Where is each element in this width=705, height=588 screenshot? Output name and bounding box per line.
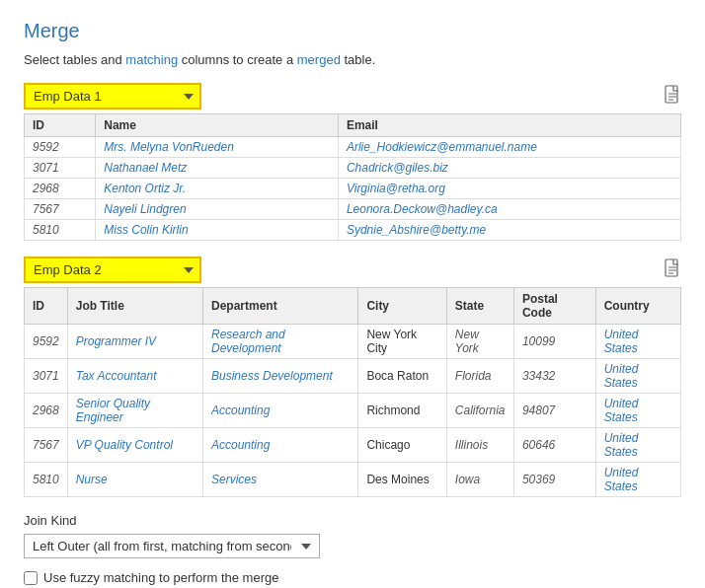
table2: ID Job Title Department City State Posta… (24, 287, 681, 497)
join-kind-dropdown[interactable]: Left Outer (all from first, matching fro… (24, 534, 320, 558)
cell-name: Nathanael Metz (96, 158, 339, 179)
table-row: 2968 Senior Quality Engineer Accounting … (25, 394, 681, 428)
cell-id: 7567 (25, 199, 96, 220)
cell-department: Services (203, 463, 358, 497)
table2-col-city: City (358, 288, 446, 325)
table-row: 2968 Kenton Ortiz Jr. Virginia@retha.org (25, 179, 681, 199)
table2-col-state: State (446, 288, 513, 325)
cell-email: Chadrick@giles.biz (338, 158, 680, 179)
cell-city: Des Moines (358, 463, 446, 497)
table1-file-icon[interactable] (664, 85, 681, 109)
table-row: 9592 Mrs. Melyna VonRueden Arlie_Hodkiew… (25, 137, 681, 158)
cell-id: 9592 (25, 325, 68, 359)
table-row: 5810 Miss Colin Kirlin Sydnie_Abshire@be… (25, 220, 681, 241)
fuzzy-checkbox-label[interactable]: Use fuzzy matching to perform the merge (43, 570, 278, 585)
cell-state: California (446, 394, 513, 428)
table-row: 5810 Nurse Services Des Moines Iowa 5036… (25, 463, 681, 497)
cell-country: United States (595, 394, 680, 428)
cell-id: 3071 (25, 158, 96, 179)
cell-department: Business Development (203, 359, 358, 394)
table2-col-country: Country (595, 288, 680, 325)
subtitle-highlight-matching: matching (125, 52, 178, 67)
table2-file-icon[interactable] (664, 258, 681, 282)
cell-country: United States (595, 463, 680, 497)
fuzzy-checkbox-row: Use fuzzy matching to perform the merge (24, 570, 681, 585)
cell-city: Boca Raton (358, 359, 446, 394)
table2-col-jobtitle: Job Title (67, 288, 202, 325)
cell-postal: 10099 (513, 325, 595, 359)
table1-col-id: ID (25, 114, 96, 137)
cell-id: 5810 (25, 463, 68, 497)
cell-department: Accounting (203, 394, 358, 428)
cell-country: United States (595, 325, 680, 359)
cell-email: Virginia@retha.org (338, 179, 680, 199)
cell-postal: 60646 (513, 428, 595, 463)
cell-city: Chicago (358, 428, 446, 463)
table1-section: Emp Data 1 Emp Data 2 ID Name (24, 83, 681, 241)
table-row: 7567 VP Quality Control Accounting Chica… (25, 428, 681, 463)
cell-state: Florida (446, 359, 513, 394)
cell-id: 7567 (25, 428, 68, 463)
table2-col-postal: Postal Code (513, 288, 595, 325)
cell-name: Nayeli Lindgren (96, 199, 339, 220)
cell-name: Miss Colin Kirlin (96, 220, 339, 241)
cell-state: New York (446, 325, 513, 359)
table2-dropdown[interactable]: Emp Data 1 Emp Data 2 (24, 257, 201, 283)
cell-id: 2968 (25, 179, 96, 199)
cell-id: 2968 (25, 394, 68, 428)
join-kind-label: Join Kind (24, 513, 681, 528)
cell-postal: 94807 (513, 394, 595, 428)
table2-dropdown-row: Emp Data 1 Emp Data 2 (24, 257, 681, 283)
cell-id: 3071 (25, 359, 68, 394)
join-section: Join Kind Left Outer (all from first, ma… (24, 513, 681, 558)
subtitle: Select tables and matching columns to cr… (24, 52, 681, 67)
table2-col-id: ID (25, 288, 68, 325)
table2-col-department: Department (203, 288, 358, 325)
table1-wrapper: ID Name Email 9592 Mrs. Melyna VonRueden… (24, 110, 681, 241)
cell-jobtitle: VP Quality Control (67, 428, 202, 463)
table-row: 3071 Nathanael Metz Chadrick@giles.biz (25, 158, 681, 179)
cell-city: New York City (358, 325, 446, 359)
cell-department: Accounting (203, 428, 358, 463)
table1: ID Name Email 9592 Mrs. Melyna VonRueden… (24, 113, 681, 241)
cell-email: Sydnie_Abshire@betty.me (338, 220, 680, 241)
cell-city: Richmond (358, 394, 446, 428)
table1-col-name: Name (96, 114, 339, 137)
table2-wrapper: ID Job Title Department City State Posta… (24, 283, 681, 497)
cell-id: 5810 (25, 220, 96, 241)
cell-name: Kenton Ortiz Jr. (96, 179, 339, 199)
table-row: 3071 Tax Accountant Business Development… (25, 359, 681, 394)
table1-dropdown[interactable]: Emp Data 1 Emp Data 2 (24, 83, 201, 110)
page-title: Merge (24, 20, 681, 42)
cell-state: Iowa (446, 463, 513, 497)
table1-header-row: ID Name Email (25, 114, 681, 137)
table-row: 7567 Nayeli Lindgren Leonora.Deckow@hadl… (25, 199, 681, 220)
cell-department: Research and Development (203, 325, 358, 359)
cell-email: Arlie_Hodkiewicz@emmanuel.name (338, 137, 680, 158)
cell-id: 9592 (25, 137, 96, 158)
table1-dropdown-row: Emp Data 1 Emp Data 2 (24, 83, 681, 110)
cell-email: Leonora.Deckow@hadley.ca (338, 199, 680, 220)
cell-state: Illinois (446, 428, 513, 463)
cell-country: United States (595, 428, 680, 463)
table2-section: Emp Data 1 Emp Data 2 ID Job Title (24, 257, 681, 497)
cell-country: United States (595, 359, 680, 394)
cell-name: Mrs. Melyna VonRueden (96, 137, 339, 158)
cell-jobtitle: Programmer IV (67, 325, 202, 359)
fuzzy-checkbox[interactable] (24, 571, 38, 585)
table1-col-email: Email (338, 114, 680, 137)
merge-window: Merge Select tables and matching columns… (0, 0, 705, 588)
cell-jobtitle: Tax Accountant (67, 359, 202, 394)
cell-jobtitle: Nurse (67, 463, 202, 497)
subtitle-highlight-merged: merged (297, 52, 341, 67)
cell-postal: 33432 (513, 359, 595, 394)
table-row: 9592 Programmer IV Research and Developm… (25, 325, 681, 359)
cell-jobtitle: Senior Quality Engineer (67, 394, 202, 428)
table2-header-row: ID Job Title Department City State Posta… (25, 288, 681, 325)
cell-postal: 50369 (513, 463, 595, 497)
